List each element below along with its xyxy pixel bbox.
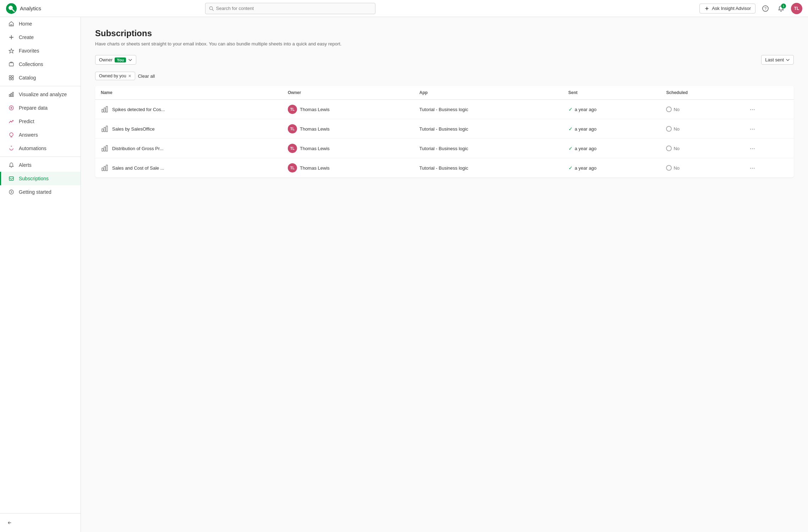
help-button[interactable]: ? xyxy=(760,3,771,14)
getting-started-icon xyxy=(8,189,15,195)
qlik-logo-icon xyxy=(6,3,17,14)
cell-app-2: Tutorial - Business logic xyxy=(414,139,563,158)
sidebar-item-answers[interactable]: Answers xyxy=(0,128,81,142)
cell-app-0: Tutorial - Business logic xyxy=(414,100,563,119)
table-row: Distribution of Gross Pr... TL Thomas Le… xyxy=(95,139,794,158)
subscription-name[interactable]: Sales and Cost of Sale ... xyxy=(112,165,164,171)
svg-rect-27 xyxy=(106,126,108,132)
active-filters: Owned by you ✕ Clear all xyxy=(95,72,794,80)
filter-left: Owner You xyxy=(95,55,136,65)
cell-scheduled-2: No xyxy=(660,139,742,158)
sidebar-label-prepare: Prepare data xyxy=(19,105,48,111)
app-name: Analytics xyxy=(20,5,41,11)
chip-close-icon[interactable]: ✕ xyxy=(128,74,131,78)
cell-sent-1: ✓ a year ago xyxy=(563,119,661,139)
page-title: Subscriptions xyxy=(95,28,794,38)
sidebar-label-home: Home xyxy=(19,21,32,27)
svg-rect-14 xyxy=(12,78,13,80)
collections-icon xyxy=(8,61,15,67)
sidebar-item-visualize[interactable]: Visualize and analyze xyxy=(0,88,81,101)
chip-label: Owned by you xyxy=(99,73,126,78)
sidebar-label-predict: Predict xyxy=(19,119,34,124)
more-options-button[interactable]: ··· xyxy=(748,105,757,114)
sidebar-item-alerts[interactable]: Alerts xyxy=(0,158,81,172)
cell-scheduled-0: No xyxy=(660,100,742,119)
main-content: Subscriptions Have charts or sheets sent… xyxy=(81,17,808,532)
notifications-button[interactable]: 1 xyxy=(775,3,787,14)
owner-name: Thomas Lewis xyxy=(300,146,330,151)
search-bar[interactable] xyxy=(205,3,375,14)
svg-text:?: ? xyxy=(764,6,766,11)
svg-point-21 xyxy=(9,190,13,194)
page-description: Have charts or sheets sent straight to y… xyxy=(95,41,794,46)
owner-name: Thomas Lewis xyxy=(300,107,330,112)
check-icon: ✓ xyxy=(568,106,573,112)
sidebar-item-catalog[interactable]: Catalog xyxy=(0,71,81,84)
last-sent-sort-button[interactable]: Last sent xyxy=(761,55,794,65)
more-options-button[interactable]: ··· xyxy=(748,144,757,153)
owner-avatar: TL xyxy=(288,163,297,172)
scheduled-label: No xyxy=(674,146,680,151)
col-scheduled: Scheduled xyxy=(660,86,742,100)
cell-sent-0: ✓ a year ago xyxy=(563,100,661,119)
insight-advisor-button[interactable]: Ask Insight Advisor xyxy=(699,4,755,13)
collapse-button[interactable] xyxy=(0,516,81,529)
sidebar-item-favorites[interactable]: Favorites xyxy=(0,44,81,57)
owned-by-you-chip[interactable]: Owned by you ✕ xyxy=(95,72,135,80)
col-sent: Sent xyxy=(563,86,661,100)
sidebar-label-visualize: Visualize and analyze xyxy=(19,92,67,97)
cell-name-1: Sales by SalesOffice xyxy=(95,119,282,139)
owner-avatar: TL xyxy=(288,124,297,133)
more-options-button[interactable]: ··· xyxy=(748,125,757,133)
owner-name: Thomas Lewis xyxy=(300,165,330,171)
sidebar-item-home[interactable]: Home xyxy=(0,17,81,31)
svg-rect-13 xyxy=(9,78,11,80)
owner-avatar: TL xyxy=(288,105,297,114)
no-scheduled-icon xyxy=(666,146,672,151)
sidebar-label-create: Create xyxy=(19,34,34,40)
table-row: Sales and Cost of Sale ... TL Thomas Lew… xyxy=(95,158,794,178)
svg-rect-11 xyxy=(9,76,11,77)
svg-rect-24 xyxy=(106,106,108,112)
check-icon: ✓ xyxy=(568,146,573,151)
svg-rect-28 xyxy=(102,148,103,151)
subscription-name[interactable]: Sales by SalesOffice xyxy=(112,126,155,132)
sidebar-item-automations[interactable]: Automations xyxy=(0,142,81,155)
sidebar-item-getting-started[interactable]: Getting started xyxy=(0,185,81,199)
catalog-icon xyxy=(8,75,15,81)
subscription-name[interactable]: Spikes detected for Cos... xyxy=(112,107,165,112)
cell-owner-0: TL Thomas Lewis xyxy=(282,100,414,119)
predict-icon xyxy=(8,118,15,125)
sidebar-item-predict[interactable]: Predict xyxy=(0,115,81,128)
table-body: Spikes detected for Cos... TL Thomas Lew… xyxy=(95,100,794,178)
svg-rect-10 xyxy=(9,63,13,66)
user-avatar[interactable]: TL xyxy=(791,3,802,14)
col-owner: Owner xyxy=(282,86,414,100)
cell-owner-2: TL Thomas Lewis xyxy=(282,139,414,158)
sparkle-icon xyxy=(704,6,710,11)
table-row: Spikes detected for Cos... TL Thomas Lew… xyxy=(95,100,794,119)
sidebar-item-collections[interactable]: Collections xyxy=(0,57,81,71)
cell-more-0: ··· xyxy=(742,100,794,119)
svg-rect-20 xyxy=(9,177,13,180)
more-options-button[interactable]: ··· xyxy=(748,164,757,172)
subscription-name[interactable]: Distribution of Gross Pr... xyxy=(112,146,164,151)
clear-all-button[interactable]: Clear all xyxy=(138,73,155,79)
sidebar: Home Create Favorites Collections Catalo xyxy=(0,17,81,532)
search-input[interactable] xyxy=(216,6,372,11)
svg-rect-12 xyxy=(12,76,13,77)
sent-time: a year ago xyxy=(575,107,597,112)
cell-name-3: Sales and Cost of Sale ... xyxy=(95,158,282,178)
cell-more-3: ··· xyxy=(742,158,794,178)
table-row: Sales by SalesOffice TL Thomas Lewis Tut… xyxy=(95,119,794,139)
subscriptions-icon xyxy=(8,175,15,182)
you-badge: You xyxy=(115,57,126,62)
star-icon xyxy=(8,48,15,54)
topbar-right: Ask Insight Advisor ? 1 TL xyxy=(699,3,802,14)
sidebar-item-create[interactable]: Create xyxy=(0,31,81,44)
sidebar-item-prepare[interactable]: Prepare data xyxy=(0,101,81,115)
sidebar-item-subscriptions[interactable]: Subscriptions xyxy=(0,172,81,185)
svg-rect-16 xyxy=(11,93,12,97)
owner-filter-button[interactable]: Owner You xyxy=(95,55,136,65)
automations-icon xyxy=(8,145,15,152)
